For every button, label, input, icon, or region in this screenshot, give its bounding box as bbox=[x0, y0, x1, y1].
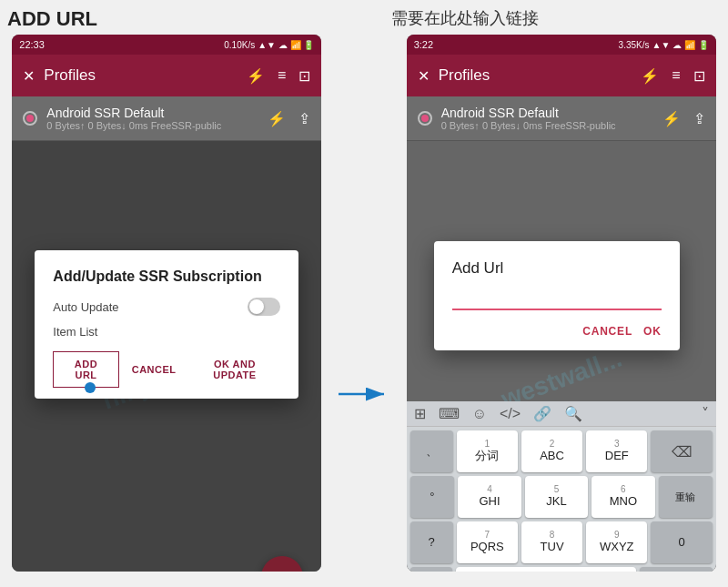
add-url-ok-button[interactable]: OK bbox=[643, 325, 662, 338]
add-url-dialog-actions: CANCEL OK bbox=[452, 325, 662, 338]
right-profile-action1[interactable]: ⚡ bbox=[662, 110, 681, 127]
kb-row-2: ° 4 GHI 5 JKL 6 MNO bbox=[410, 476, 713, 518]
kb-key-comma[interactable]: 、 bbox=[410, 430, 453, 472]
right-profile-radio[interactable] bbox=[418, 111, 432, 126]
kb-key-space[interactable] bbox=[456, 567, 636, 572]
kb-emoji-icon[interactable]: ☺ bbox=[472, 406, 487, 422]
kb-key-exclaim[interactable]: ! bbox=[410, 567, 452, 572]
kb-key-0[interactable]: 0 bbox=[651, 521, 712, 563]
left-status-icons: 0.10K/s ▲▼ ☁ 📶 🔋 bbox=[224, 40, 314, 50]
kb-reset-key[interactable]: 重输 bbox=[659, 476, 713, 518]
add-url-input[interactable] bbox=[452, 287, 662, 310]
left-dialog: Add/Update SSR Subscription Auto Update … bbox=[35, 250, 298, 399]
add-url-cancel-button[interactable]: CANCEL bbox=[582, 325, 632, 338]
right-profile-name: Android SSR Default bbox=[441, 106, 653, 120]
right-app-icon1[interactable]: ⚡ bbox=[641, 67, 659, 85]
left-profile-item[interactable]: Android SSR Default 0 Bytes↑ 0 Bytes↓ 0m… bbox=[12, 96, 321, 141]
kb-key-8[interactable]: 8 TUV bbox=[521, 521, 582, 563]
add-url-input-wrap bbox=[452, 287, 662, 310]
right-profile-item[interactable]: Android SSR Default 0 Bytes↑ 0 Bytes↓ 0m… bbox=[407, 96, 716, 141]
kb-row-1: 、 1 分词 2 ABC 3 DEF bbox=[410, 430, 713, 472]
add-url-dialog: Add Url CANCEL OK bbox=[434, 241, 680, 350]
left-app-icon3[interactable]: ⊡ bbox=[298, 67, 310, 85]
left-item-list-label: Item List bbox=[53, 325, 280, 339]
kb-row-3: ? 7 PQRS 8 TUV 9 WXYZ bbox=[410, 521, 713, 563]
kb-key-degree[interactable]: ° bbox=[410, 476, 455, 518]
right-phone-body: westwall... Add Url CANCEL OK ⊞ ⌨ ☺ bbox=[407, 141, 716, 572]
kb-key-6[interactable]: 6 MNO bbox=[592, 476, 654, 518]
left-time: 22:33 bbox=[19, 39, 45, 50]
kb-key-5[interactable]: 5 JKL bbox=[525, 476, 588, 518]
left-status-bar: 22:33 0.10K/s ▲▼ ☁ 📶 🔋 bbox=[12, 35, 321, 55]
direction-arrow bbox=[337, 380, 391, 408]
kb-keyboard-icon[interactable]: ⌨ bbox=[439, 405, 460, 422]
right-profile-info: Android SSR Default 0 Bytes↑ 0 Bytes↓ 0m… bbox=[441, 106, 653, 131]
left-dialog-title: Add/Update SSR Subscription bbox=[53, 268, 280, 285]
keyboard-toolbar: ⊞ ⌨ ☺ </> 🔗 🔍 ˅ bbox=[407, 401, 716, 427]
kb-backspace-key[interactable]: ⌫ bbox=[651, 430, 712, 472]
kb-key-3[interactable]: 3 DEF bbox=[586, 430, 647, 472]
left-app-title: Profiles bbox=[44, 66, 238, 85]
left-phone-body: ninjso.com Add/Update SSR Subscription A… bbox=[12, 141, 321, 572]
right-close-icon[interactable]: ✕ bbox=[418, 67, 430, 85]
left-profile-action2[interactable]: ⇪ bbox=[298, 110, 310, 127]
kb-key-4[interactable]: 4 GHI bbox=[458, 476, 521, 518]
right-app-icon3[interactable]: ⊡ bbox=[693, 67, 705, 85]
kb-row-4: ! ↵ bbox=[410, 567, 713, 572]
kb-key-9[interactable]: 9 WXYZ bbox=[586, 521, 647, 563]
kb-link-icon[interactable]: 🔗 bbox=[533, 405, 551, 422]
left-app-icon1[interactable]: ⚡ bbox=[247, 67, 265, 85]
kb-key-2[interactable]: 2 ABC bbox=[521, 430, 582, 472]
left-profile-sub: 0 Bytes↑ 0 Bytes↓ 0ms FreeSSR-public bbox=[46, 120, 258, 131]
keyboard: ⊞ ⌨ ☺ </> 🔗 🔍 ˅ 、 1 bbox=[407, 401, 716, 572]
arrow-dot bbox=[85, 382, 96, 393]
right-profile-action2[interactable]: ⇪ bbox=[693, 110, 705, 127]
left-auto-update-row: Auto Update bbox=[53, 298, 280, 316]
left-profile-info: Android SSR Default 0 Bytes↑ 0 Bytes↓ 0m… bbox=[46, 106, 258, 131]
left-dialog-overlay: Add/Update SSR Subscription Auto Update … bbox=[12, 141, 321, 572]
left-top-label: ADD URL bbox=[7, 7, 97, 31]
left-close-icon[interactable]: ✕ bbox=[23, 67, 35, 85]
left-cancel-button[interactable]: CANCEL bbox=[125, 351, 184, 388]
right-status-icons: 3.35K/s ▲▼ ☁ 📶 🔋 bbox=[619, 40, 709, 50]
kb-search-icon[interactable]: 🔍 bbox=[564, 405, 582, 422]
kb-chevron-icon[interactable]: ˅ bbox=[702, 405, 709, 422]
right-phone: 3:22 3.35K/s ▲▼ ☁ 📶 🔋 ✕ Profiles ⚡ ≡ ⊡ A… bbox=[407, 35, 716, 572]
kb-code-icon[interactable]: </> bbox=[500, 406, 521, 422]
right-top-label: 需要在此处输入链接 bbox=[391, 7, 539, 29]
left-profile-radio[interactable] bbox=[23, 111, 37, 126]
kb-key-enter[interactable]: ↵ bbox=[640, 567, 712, 572]
add-url-dialog-title: Add Url bbox=[452, 259, 662, 278]
kb-grid-icon[interactable]: ⊞ bbox=[414, 405, 426, 422]
right-app-title: Profiles bbox=[439, 66, 632, 85]
keyboard-keys: 、 1 分词 2 ABC 3 DEF bbox=[407, 427, 716, 572]
right-app-icon2[interactable]: ≡ bbox=[672, 67, 680, 85]
right-time: 3:22 bbox=[414, 39, 433, 50]
left-phone: 22:33 0.10K/s ▲▼ ☁ 📶 🔋 ✕ Profiles ⚡ ≡ ⊡ … bbox=[12, 35, 321, 572]
left-auto-update-label: Auto Update bbox=[53, 300, 118, 314]
right-profile-sub: 0 Bytes↑ 0 Bytes↓ 0ms FreeSSR-public bbox=[441, 120, 653, 131]
left-ok-update-button[interactable]: OK AND UPDATE bbox=[189, 351, 281, 388]
left-profile-name: Android SSR Default bbox=[46, 106, 258, 120]
left-profile-action1[interactable]: ⚡ bbox=[268, 110, 286, 127]
left-auto-update-toggle[interactable] bbox=[248, 298, 280, 316]
kb-key-7[interactable]: 7 PQRS bbox=[457, 521, 518, 563]
left-app-icon2[interactable]: ≡ bbox=[278, 67, 286, 85]
kb-key-1[interactable]: 1 分词 bbox=[457, 430, 518, 472]
kb-key-question[interactable]: ? bbox=[410, 521, 453, 563]
right-app-bar: ✕ Profiles ⚡ ≡ ⊡ bbox=[407, 55, 716, 96]
right-status-bar: 3:22 3.35K/s ▲▼ ☁ 📶 🔋 bbox=[407, 35, 716, 55]
left-app-bar: ✕ Profiles ⚡ ≡ ⊡ bbox=[12, 55, 321, 96]
